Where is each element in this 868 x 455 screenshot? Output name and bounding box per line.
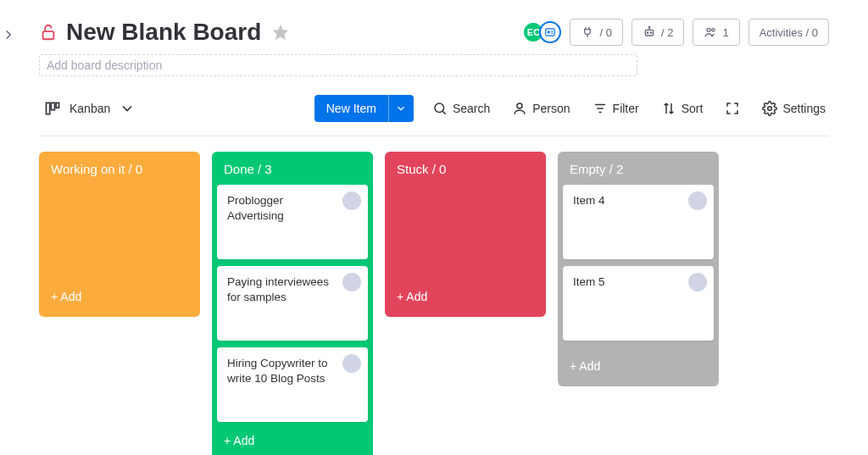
assignee-avatar[interactable] [342, 273, 361, 291]
svg-point-22 [768, 107, 772, 111]
add-card-button[interactable]: + Add [39, 278, 200, 317]
card[interactable]: Problogger Advertising [217, 185, 368, 259]
kanban-board: Working on it / 0+ AddDone / 3Problogger… [0, 136, 868, 455]
card[interactable]: Item 4 [563, 185, 714, 259]
robot-icon [643, 25, 656, 39]
chevron-down-icon [119, 100, 136, 117]
assignee-avatar[interactable] [688, 191, 707, 210]
lane: Working on it / 0+ Add [39, 152, 200, 317]
card-title: Paying interviewees for samples [227, 275, 337, 305]
fullscreen-tool[interactable] [721, 97, 743, 119]
card[interactable]: Item 5 [563, 266, 714, 341]
lane-cards: Problogger AdvertisingPaying interviewee… [212, 185, 373, 422]
svg-point-18 [517, 103, 522, 108]
new-item-label: New Item [314, 95, 388, 122]
toolbar: Kanban New Item Search Person Filter [39, 95, 829, 136]
plug-icon [581, 25, 594, 39]
svg-point-12 [712, 29, 715, 31]
card-title: Problogger Advertising [227, 193, 337, 224]
members-pill[interactable]: 1 [693, 19, 739, 46]
page: New Blank Board EC / 0 / 2 [0, 0, 868, 455]
chevron-right-icon [1, 27, 16, 42]
svg-point-16 [435, 103, 444, 113]
add-card-button[interactable]: + Add [558, 347, 719, 386]
svg-point-11 [707, 28, 710, 31]
lane-header[interactable]: Empty / 2 [558, 152, 719, 185]
board-header: New Blank Board EC / 0 / 2 [0, 0, 868, 136]
integrations-pill[interactable]: / 0 [570, 19, 622, 46]
add-card-button[interactable]: + Add [212, 422, 373, 455]
svg-marker-1 [273, 25, 288, 40]
members-count: 1 [722, 26, 728, 39]
filter-icon [593, 101, 608, 116]
activities-pill[interactable]: Activities / 0 [748, 19, 829, 46]
sort-icon [661, 101, 676, 116]
automations-pill[interactable]: / 2 [632, 19, 684, 46]
new-item-dropdown[interactable] [388, 95, 414, 122]
assignee-avatar[interactable] [342, 354, 361, 373]
people-icon [704, 25, 717, 39]
lane-cards: Item 4Item 5 [558, 185, 719, 341]
chevron-down-icon [395, 103, 407, 114]
lane: Empty / 2Item 4Item 5+ Add [558, 152, 719, 386]
assignee-avatar[interactable] [342, 191, 361, 210]
svg-rect-15 [56, 103, 58, 108]
sort-label: Sort [682, 102, 704, 115]
svg-point-10 [648, 26, 649, 27]
lane-header[interactable]: Stuck / 0 [385, 152, 546, 185]
card-title: Item 5 [573, 275, 683, 290]
star-icon[interactable] [271, 23, 290, 42]
automations-count: / 2 [661, 26, 673, 39]
add-card-button[interactable]: + Add [385, 278, 546, 317]
board-title[interactable]: New Blank Board [66, 20, 261, 44]
sort-tool[interactable]: Sort [658, 97, 707, 119]
lane-header[interactable]: Working on it / 0 [39, 152, 200, 185]
settings-tool[interactable]: Settings [759, 97, 829, 119]
svg-point-7 [647, 32, 648, 33]
svg-rect-14 [51, 103, 54, 109]
new-item-button[interactable]: New Item [314, 95, 414, 122]
members-strip: EC / 0 / 2 1 Activit [527, 19, 829, 46]
lock-open-icon [39, 23, 58, 42]
lane: Done / 3Problogger AdvertisingPaying int… [212, 152, 373, 455]
filter-tool[interactable]: Filter [589, 97, 643, 119]
lane: Stuck / 0+ Add [385, 152, 546, 317]
svg-point-3 [548, 31, 550, 33]
settings-label: Settings [782, 102, 826, 115]
gear-icon [762, 101, 777, 116]
svg-rect-0 [43, 31, 54, 39]
search-tool[interactable]: Search [429, 97, 493, 119]
kanban-icon [44, 100, 61, 117]
lane-header[interactable]: Done / 3 [212, 152, 373, 185]
card[interactable]: Paying interviewees for samples [217, 266, 368, 341]
expand-icon [725, 101, 740, 116]
person-tool[interactable]: Person [509, 97, 573, 119]
svg-line-17 [442, 111, 445, 114]
board-description-input[interactable] [39, 54, 637, 76]
person-label: Person [532, 102, 570, 115]
svg-point-8 [650, 32, 651, 33]
id-icon [544, 26, 556, 38]
filter-label: Filter [613, 102, 639, 115]
person-icon [512, 101, 527, 116]
avatar-stack[interactable]: EC [527, 21, 561, 43]
search-label: Search [453, 102, 490, 115]
activities-label: Activities / 0 [760, 26, 818, 39]
view-label: Kanban [70, 102, 110, 115]
assignee-avatar[interactable] [688, 273, 707, 291]
sidebar-expand-button[interactable] [1, 27, 16, 42]
card-title: Hiring Copywriter to write 10 Blog Posts [227, 356, 337, 386]
title-row: New Blank Board EC / 0 / 2 [39, 19, 829, 46]
integrations-count: / 0 [599, 26, 611, 39]
svg-rect-13 [47, 103, 50, 114]
search-icon [432, 101, 448, 116]
member-avatar-add [539, 21, 561, 43]
card[interactable]: Hiring Copywriter to write 10 Blog Posts [217, 347, 368, 422]
card-title: Item 4 [573, 193, 683, 208]
view-picker[interactable]: Kanban [39, 97, 141, 120]
